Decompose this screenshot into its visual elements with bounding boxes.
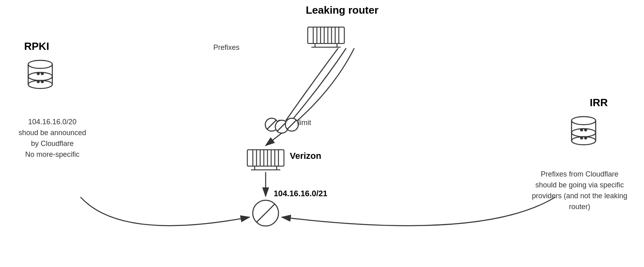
svg-point-46 xyxy=(265,118,278,131)
svg-point-11 xyxy=(572,117,596,125)
rpki-label: RPKI xyxy=(24,40,49,53)
leaking-router-label: Leaking router xyxy=(282,4,402,16)
svg-point-14 xyxy=(572,129,596,137)
svg-point-3 xyxy=(28,72,52,80)
prefix-limit-label: Prefix limit xyxy=(278,119,311,127)
svg-point-54 xyxy=(253,200,279,226)
diagram-container: RPKI 104.16.16.0/20shoud be announcedby … xyxy=(0,0,644,267)
svg-point-21 xyxy=(585,137,587,139)
svg-line-52 xyxy=(266,133,282,146)
svg-point-7 xyxy=(37,73,39,75)
svg-point-17 xyxy=(572,137,596,145)
svg-point-20 xyxy=(581,137,583,139)
svg-line-55 xyxy=(256,204,275,222)
svg-point-9 xyxy=(37,81,39,83)
svg-point-18 xyxy=(581,129,583,131)
leaking-router-icon xyxy=(306,22,346,52)
irr-label: IRR xyxy=(590,97,608,109)
svg-point-6 xyxy=(28,80,52,88)
irr-description: Prefixes from Cloudflareshould be going … xyxy=(531,169,628,212)
svg-point-8 xyxy=(41,73,43,75)
svg-point-0 xyxy=(28,60,52,68)
verizon-router-icon xyxy=(246,145,286,175)
irr-database-icon xyxy=(568,115,600,152)
verizon-label: Verizon xyxy=(290,151,321,161)
rpki-description: 104.16.16.0/20shoud be announcedby Cloud… xyxy=(8,117,97,160)
svg-line-47 xyxy=(267,120,276,129)
rpki-database-icon xyxy=(24,58,56,96)
svg-point-19 xyxy=(585,129,587,131)
subnet-label: 104.16.16.0/21 xyxy=(274,189,327,198)
svg-point-10 xyxy=(41,81,43,83)
prefixes-label: Prefixes xyxy=(213,43,239,52)
